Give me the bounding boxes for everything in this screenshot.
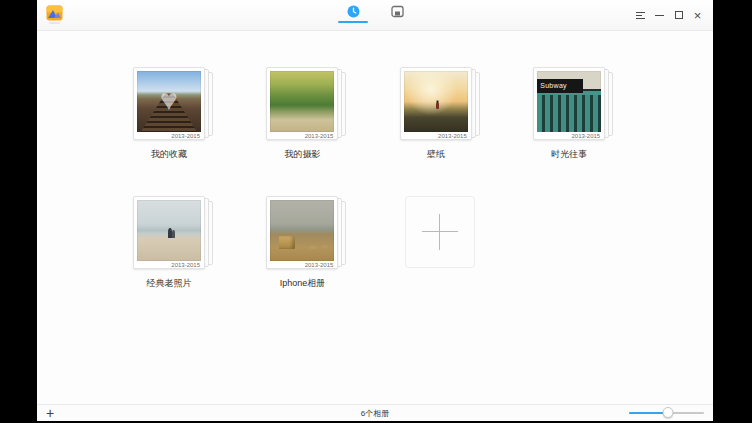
app-logo-icon[interactable] — [46, 5, 63, 21]
albums-view: ♥ 2013-2015 我的收藏 2013-2015 我的摄影 2013-201… — [37, 31, 713, 404]
album-cover: ♥ 2013-2015 — [133, 67, 205, 140]
menu-icon[interactable] — [631, 0, 650, 30]
add-album-placeholder[interactable] — [405, 196, 475, 268]
tab-timeline[interactable] — [331, 0, 375, 30]
add-album-cell — [400, 196, 480, 298]
album-cover-photo: ♥ — [137, 71, 201, 132]
slider-knob[interactable] — [663, 407, 674, 418]
add-album-button[interactable]: + — [46, 406, 54, 420]
album-date-range: 2013-2015 — [270, 261, 334, 269]
album-cover-photo — [270, 71, 334, 132]
maximize-icon[interactable] — [669, 0, 688, 30]
titlebar: × — [37, 0, 713, 31]
album-name: 时光往事 — [533, 148, 605, 161]
album-name: 壁纸 — [400, 148, 472, 161]
album-cover-photo — [404, 71, 468, 132]
statusbar: + 6个相册 — [37, 404, 713, 421]
view-tabs — [331, 0, 419, 30]
add-album-icon — [422, 214, 458, 250]
album-name: 经典老照片 — [133, 277, 205, 290]
album-item[interactable]: 2013-2015 Iphone相册 — [266, 196, 346, 298]
album-item[interactable]: ♥ 2013-2015 我的收藏 — [133, 67, 213, 169]
window-controls: × — [631, 0, 707, 30]
close-icon[interactable]: × — [688, 0, 707, 30]
album-cover-photo: Subway — [537, 71, 601, 132]
album-cover-photo — [270, 200, 334, 261]
album-cover: 2013-2015 — [266, 196, 338, 269]
album-date-range: 2013-2015 — [137, 261, 201, 269]
album-item[interactable]: 2013-2015 经典老照片 — [133, 196, 213, 298]
album-cover: 2013-2015 — [266, 67, 338, 140]
album-count-label: 6个相册 — [361, 408, 389, 419]
album-cover: 2013-2015 — [133, 196, 205, 269]
album-item[interactable]: Subway 2013-2015 时光往事 — [533, 67, 613, 169]
album-name: 我的摄影 — [266, 148, 338, 161]
thumbnail-zoom-slider[interactable] — [629, 407, 704, 419]
album-item[interactable]: 2013-2015 我的摄影 — [266, 67, 346, 169]
album-cover: 2013-2015 — [400, 67, 472, 140]
minimize-icon[interactable] — [650, 0, 669, 30]
heart-overlay-icon: ♥ — [137, 71, 201, 132]
album-date-range: 2013-2015 — [537, 132, 601, 140]
subway-sign: Subway — [537, 79, 583, 93]
album-icon — [391, 4, 404, 22]
clock-icon — [347, 4, 360, 22]
album-item[interactable]: 2013-2015 壁纸 — [400, 67, 480, 169]
albums-grid: ♥ 2013-2015 我的收藏 2013-2015 我的摄影 2013-201… — [133, 67, 667, 325]
album-name: 我的收藏 — [133, 148, 205, 161]
tab-albums[interactable] — [375, 0, 419, 30]
album-date-range: 2013-2015 — [270, 132, 334, 140]
app-window: × ♥ 2013-2015 我的收藏 2013-2015 我的摄影 2013-2… — [37, 0, 713, 421]
album-cover: Subway 2013-2015 — [533, 67, 605, 140]
album-cover-photo — [137, 200, 201, 261]
album-date-range: 2013-2015 — [137, 132, 201, 140]
album-date-range: 2013-2015 — [404, 132, 468, 140]
album-name: Iphone相册 — [266, 277, 338, 290]
